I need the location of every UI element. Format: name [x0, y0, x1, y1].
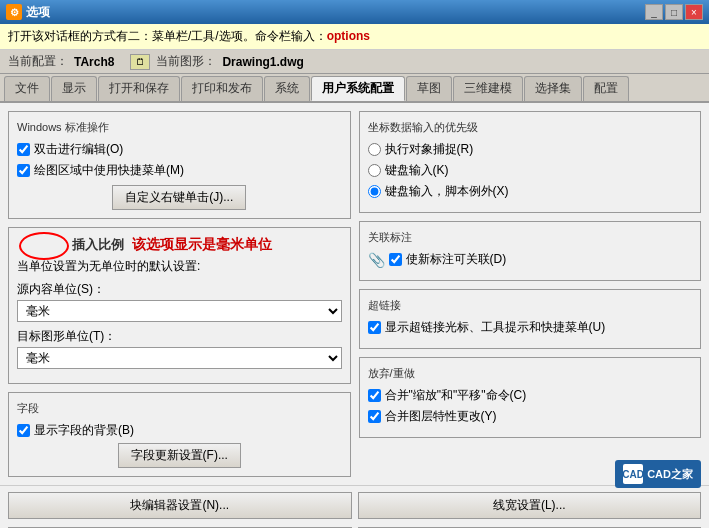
- current-drawing-label: 当前图形：: [156, 53, 216, 70]
- target-unit-label: 目标图形单位(T)：: [17, 328, 342, 345]
- bottom-buttons-row1: 块编辑器设置(N)... 线宽设置(L)...: [0, 485, 709, 525]
- tab-3d[interactable]: 三维建模: [453, 76, 523, 101]
- hyperlink-section: 超链接 显示超链接光标、工具提示和快捷菜单(U): [359, 289, 702, 349]
- association-title: 关联标注: [368, 230, 693, 245]
- coord-radio3[interactable]: [368, 185, 381, 198]
- windows-checkbox2-row: 绘图区域中使用快捷菜单(M): [17, 162, 342, 179]
- zoom-checkbox2-row: 合并图层特性更改(Y): [368, 408, 693, 425]
- insert-sublabel: 当单位设置为无单位时的默认设置:: [17, 258, 342, 275]
- zoom-section: 放弃/重做 合并"缩放"和"平移"命令(C) 合并图层特性更改(Y): [359, 357, 702, 438]
- zoom-checkbox2[interactable]: [368, 410, 381, 423]
- zoom-checkbox1[interactable]: [368, 389, 381, 402]
- hint-text: 打开该对话框的方式有二：菜单栏/工具/选项。命令栏输入：: [8, 29, 327, 43]
- coordinates-section: 坐标数据输入的优先级 执行对象捕捉(R) 键盘输入(K) 键盘输入，脚本例外(X…: [359, 111, 702, 213]
- main-content: Windows 标准操作 双击进行编辑(O) 绘图区域中使用快捷菜单(M) 自定…: [0, 103, 709, 485]
- tab-bar: 文件 显示 打开和保存 打印和发布 系统 用户系统配置 草图 三维建模 选择集 …: [0, 74, 709, 103]
- association-section: 关联标注 📎 使新标注可关联(D): [359, 221, 702, 281]
- fields-checkbox[interactable]: [17, 424, 30, 437]
- association-checkbox[interactable]: [389, 253, 402, 266]
- maximize-button[interactable]: □: [665, 4, 683, 20]
- target-unit-row: 目标图形单位(T)： 毫米 英寸 厘米: [17, 328, 342, 369]
- insert-title: 插入比例: [72, 236, 124, 254]
- left-panel: Windows 标准操作 双击进行编辑(O) 绘图区域中使用快捷菜单(M) 自定…: [8, 111, 351, 477]
- minimize-button[interactable]: _: [645, 4, 663, 20]
- hyperlink-checkbox[interactable]: [368, 321, 381, 334]
- block-editor-settings-button[interactable]: 块编辑器设置(N)...: [8, 492, 352, 519]
- current-drawing-value: Drawing1.dwg: [222, 55, 303, 69]
- hint-bar: 打开该对话框的方式有二：菜单栏/工具/选项。命令栏输入：options: [0, 24, 709, 50]
- windows-checkbox2-label: 绘图区域中使用快捷菜单(M): [34, 162, 184, 179]
- watermark-icon: CAD: [623, 464, 643, 484]
- window-controls[interactable]: _ □ ×: [645, 4, 703, 20]
- coord-radio3-row: 键盘输入，脚本例外(X): [368, 183, 693, 200]
- windows-checkbox1-label: 双击进行编辑(O): [34, 141, 123, 158]
- info-bar: 当前配置： TArch8 🗒 当前图形： Drawing1.dwg: [0, 50, 709, 74]
- coord-radio1-row: 执行对象捕捉(R): [368, 141, 693, 158]
- close-button[interactable]: ×: [685, 4, 703, 20]
- windows-section: Windows 标准操作 双击进行编辑(O) 绘图区域中使用快捷菜单(M) 自定…: [8, 111, 351, 219]
- watermark-text: CAD之家: [647, 467, 693, 482]
- fields-section: 字段 显示字段的背景(B) 字段更新设置(F)...: [8, 392, 351, 477]
- coord-radio1-label: 执行对象捕捉(R): [385, 141, 474, 158]
- zoom-title: 放弃/重做: [368, 366, 693, 381]
- hyperlink-title: 超链接: [368, 298, 693, 313]
- association-icon: 📎: [368, 252, 385, 268]
- tab-user-config[interactable]: 用户系统配置: [311, 76, 405, 101]
- current-config-item: 当前配置： TArch8: [8, 53, 114, 70]
- coord-radio2[interactable]: [368, 164, 381, 177]
- tab-file[interactable]: 文件: [4, 76, 50, 101]
- window-title: 选项: [26, 4, 50, 21]
- fields-update-button[interactable]: 字段更新设置(F)...: [118, 443, 241, 468]
- zoom-checkbox1-label: 合并"缩放"和"平移"命令(C): [385, 387, 527, 404]
- app-icon: ⚙: [6, 4, 22, 20]
- coord-radio1[interactable]: [368, 143, 381, 156]
- coord-radio2-row: 键盘输入(K): [368, 162, 693, 179]
- hyperlink-checkbox-label: 显示超链接光标、工具提示和快捷菜单(U): [385, 319, 606, 336]
- zoom-checkbox2-label: 合并图层特性更改(Y): [385, 408, 497, 425]
- source-unit-label: 源内容单位(S)：: [17, 281, 342, 298]
- windows-section-title: Windows 标准操作: [17, 120, 342, 135]
- source-unit-row: 源内容单位(S)： 毫米 英寸 厘米: [17, 281, 342, 322]
- insert-red-text: 该选项显示是毫米单位: [132, 236, 272, 254]
- source-unit-select[interactable]: 毫米 英寸 厘米: [17, 300, 342, 322]
- coord-radio2-label: 键盘输入(K): [385, 162, 449, 179]
- windows-checkbox2[interactable]: [17, 164, 30, 177]
- coord-radio3-label: 键盘输入，脚本例外(X): [385, 183, 509, 200]
- tab-sketch[interactable]: 草图: [406, 76, 452, 101]
- current-config-label: 当前配置：: [8, 53, 68, 70]
- tab-display[interactable]: 显示: [51, 76, 97, 101]
- current-drawing-item: 🗒 当前图形： Drawing1.dwg: [130, 53, 303, 70]
- zoom-checkbox1-row: 合并"缩放"和"平移"命令(C): [368, 387, 693, 404]
- hyperlink-checkbox-row: 显示超链接光标、工具提示和快捷菜单(U): [368, 319, 693, 336]
- tab-print[interactable]: 打印和发布: [181, 76, 263, 101]
- tab-system[interactable]: 系统: [264, 76, 310, 101]
- target-unit-select[interactable]: 毫米 英寸 厘米: [17, 347, 342, 369]
- right-panel: 坐标数据输入的优先级 执行对象捕捉(R) 键盘输入(K) 键盘输入，脚本例外(X…: [359, 111, 702, 477]
- windows-checkbox1-row: 双击进行编辑(O): [17, 141, 342, 158]
- fields-checkbox-row: 显示字段的背景(B): [17, 422, 342, 439]
- custom-right-click-button[interactable]: 自定义右键单击(J)...: [112, 185, 246, 210]
- association-checkbox-label: 使新标注可关联(D): [406, 251, 507, 268]
- coordinates-title: 坐标数据输入的优先级: [368, 120, 693, 135]
- current-config-value: TArch8: [74, 55, 114, 69]
- drawing-icon: 🗒: [130, 54, 150, 70]
- hint-command: options: [327, 29, 370, 43]
- tab-selection[interactable]: 选择集: [524, 76, 582, 101]
- insert-section: 插入比例 该选项显示是毫米单位 当单位设置为无单位时的默认设置: 源内容单位(S…: [8, 227, 351, 384]
- fields-checkbox-label: 显示字段的背景(B): [34, 422, 134, 439]
- fields-title: 字段: [17, 401, 342, 416]
- tab-config[interactable]: 配置: [583, 76, 629, 101]
- title-bar: ⚙ 选项 _ □ ×: [0, 0, 709, 24]
- watermark: CAD CAD之家: [615, 460, 701, 488]
- tab-open-save[interactable]: 打开和保存: [98, 76, 180, 101]
- insert-header: 插入比例 该选项显示是毫米单位: [17, 236, 342, 254]
- association-checkbox-row: 📎 使新标注可关联(D): [368, 251, 693, 268]
- windows-checkbox1[interactable]: [17, 143, 30, 156]
- linewidth-settings-button[interactable]: 线宽设置(L)...: [358, 492, 702, 519]
